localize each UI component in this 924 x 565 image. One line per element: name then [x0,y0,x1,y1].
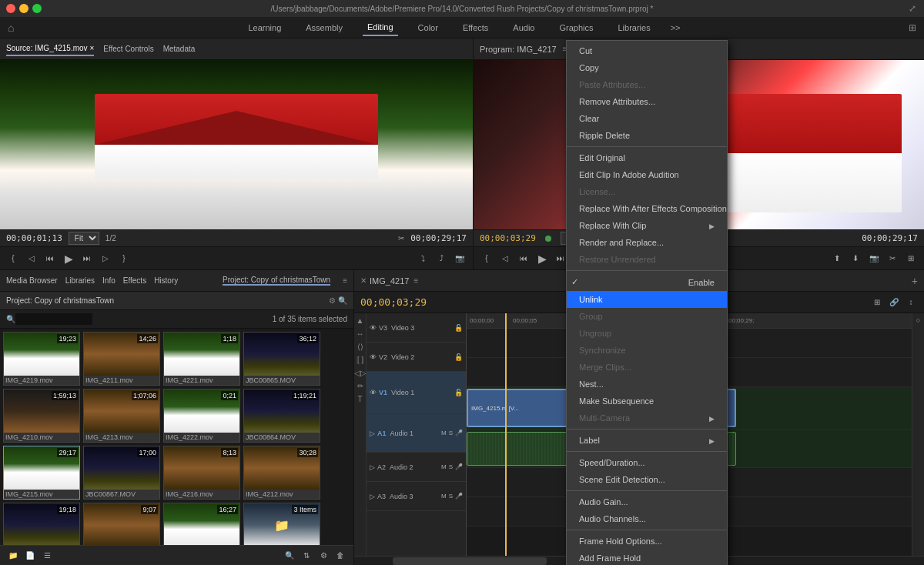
source-prev-frame[interactable]: ◁ [25,252,38,266]
list-item[interactable]: JBC00865.MOV 36;12 [243,332,320,386]
source-fit-select[interactable]: Fit [69,232,99,245]
menu-audio-channels[interactable]: Audio Channels... [567,510,727,527]
menu-license[interactable]: License... [567,183,727,200]
list-item[interactable]: IMG_4221.mov 1;18 [163,332,240,386]
nav-libraries[interactable]: Libraries [614,20,655,35]
menu-cut[interactable]: Cut [567,42,727,59]
source-mark-out[interactable]: } [117,252,131,266]
track-eye-v1[interactable]: 👁 [370,389,377,396]
list-item[interactable]: 📁 Stock Audio Media 3 Items [243,503,320,545]
tab-effects[interactable]: Effects [123,274,146,287]
source-step-back[interactable]: ⏮ [43,252,57,266]
program-play[interactable]: ▶ [535,252,549,266]
program-mark-in[interactable]: { [480,252,494,266]
track-collapse-a2[interactable]: ▷ [370,463,375,471]
track-mic-a2[interactable]: 🎤 [455,463,463,470]
menu-copy[interactable]: Copy [567,59,727,76]
search-input[interactable] [15,313,92,325]
tab-effect-controls[interactable]: Effect Controls [103,42,153,55]
list-item[interactable]: IMG_4220.mov 19;18 [3,503,80,545]
nav-color[interactable]: Color [413,20,443,35]
list-item[interactable]: JBC00864.MOV 1;19;21 [243,389,320,443]
snap-icon[interactable]: ⊞ [870,296,884,309]
minimize-button[interactable] [19,4,28,13]
menu-merge-clips[interactable]: Merge Clips... [567,359,727,376]
source-overwrite[interactable]: ⤴ [434,252,448,266]
track-lock-v1[interactable]: 🔓 [454,389,463,396]
source-mark-in[interactable]: { [6,252,20,266]
tool-ripple[interactable]: ⟨⟩ [357,343,363,351]
list-item[interactable]: JBC00867.MOV 17;00 [83,446,160,500]
nav-more[interactable]: >> [671,23,681,32]
list-item[interactable]: IMG_4219.mov 19;23 [3,332,80,386]
menu-restore-unrendered[interactable]: Restore Unrendered [567,251,727,268]
source-step-fwd[interactable]: ⏭ [80,252,94,266]
program-camera[interactable]: 📷 [867,252,881,266]
track-s-a1[interactable]: S [449,430,453,436]
menu-make-subsequence[interactable]: Make Subsequence [567,393,727,410]
menu-nest[interactable]: Nest... [567,376,727,393]
source-camera[interactable]: 📷 [453,252,467,266]
menu-ungroup[interactable]: Ungroup [567,325,727,342]
tab-metadata[interactable]: Metadata [163,42,196,55]
menu-replace-clip[interactable]: Replace With Clip [567,217,727,234]
track-s-a2[interactable]: S [449,463,453,470]
menu-label[interactable]: Label [567,432,727,449]
home-icon[interactable]: ⌂ [8,22,14,34]
source-play[interactable]: ▶ [62,252,75,266]
timeline-tool[interactable]: ↕ [904,296,918,309]
search-icon2[interactable]: 🔍 [283,549,296,563]
program-prev-frame[interactable]: ◁ [498,252,512,266]
track-lock-v2[interactable]: 🔓 [454,353,463,361]
project-menu-icon[interactable]: ≡ [343,276,347,285]
tool-pen[interactable]: ✏ [357,382,363,390]
list-item[interactable]: IMG_4212.mov 30;28 [243,446,320,500]
timeline-add-icon[interactable]: + [912,275,918,287]
menu-ripple-delete[interactable]: Ripple Delete [567,127,727,144]
menu-frame-hold-options[interactable]: Frame Hold Options... [567,533,727,550]
tab-media-browser[interactable]: Media Browser [6,274,58,287]
list-item[interactable]: IMG_4222.mov 0;21 [163,389,240,443]
menu-add-frame-hold[interactable]: Add Frame Hold [567,550,727,565]
menu-replace-ae[interactable]: Replace With After Effects Composition [567,200,727,217]
nav-learning[interactable]: Learning [243,20,286,35]
list-item[interactable]: IMG_4223.mov 16;27 [163,503,240,545]
menu-audio-gain[interactable]: Audio Gain... [567,493,727,510]
list-item[interactable]: IMG_4216.mov 8;13 [163,446,240,500]
tab-info[interactable]: Info [102,274,116,287]
list-item[interactable]: IMG_4211.mov 14;26 [83,332,160,386]
program-lift[interactable]: ⬆ [830,252,844,266]
program-step-back[interactable]: ⏮ [517,252,531,266]
settings-icon[interactable]: ⚙ [316,549,330,563]
close-button[interactable] [6,4,15,13]
track-m-a1[interactable]: M [441,430,447,436]
tool-rate[interactable]: ⟦⟧ [357,356,364,364]
list-item[interactable]: IMG_4218.mov 9;07 [83,503,160,545]
nav-editing[interactable]: Editing [363,19,398,36]
track-s-a3[interactable]: S [449,493,453,500]
menu-scene-edit[interactable]: Scene Edit Detection... [567,471,727,488]
menu-edit-original[interactable]: Edit Original [567,149,727,166]
menu-speed-duration[interactable]: Speed/Duration... [567,454,727,471]
menu-enable[interactable]: ✓Enable [567,273,727,291]
maximize-button[interactable] [32,4,42,13]
tab-history[interactable]: History [154,274,178,287]
track-eye-v2[interactable]: 👁 [370,353,377,361]
menu-remove-attributes[interactable]: Remove Attributes... [567,93,727,110]
tool-selection[interactable]: ▲ [357,316,364,325]
track-m-a2[interactable]: M [441,463,447,470]
fullscreen-icon[interactable]: ⊞ [909,22,916,33]
sequence-menu-icon[interactable]: ≡ [413,276,418,285]
list-item[interactable]: IMG_4213.mov 1;07;06 [83,389,160,443]
track-m-a3[interactable]: M [441,493,447,500]
linked-icon[interactable]: 🔗 [887,296,901,309]
track-lock-v3[interactable]: 🔓 [454,324,463,332]
tab-libraries[interactable]: Libraries [65,274,95,287]
scrollbar-handle[interactable] [393,557,547,565]
program-trim[interactable]: ✂ [886,252,899,266]
menu-multi-camera[interactable]: Multi-Camera [567,410,727,426]
tab-source[interactable]: Source: IMG_4215.mov × [6,42,94,56]
program-extract[interactable]: ⬇ [849,252,862,266]
menu-render-replace[interactable]: Render and Replace... [567,234,727,251]
track-collapse-a3[interactable]: ▷ [370,493,375,500]
